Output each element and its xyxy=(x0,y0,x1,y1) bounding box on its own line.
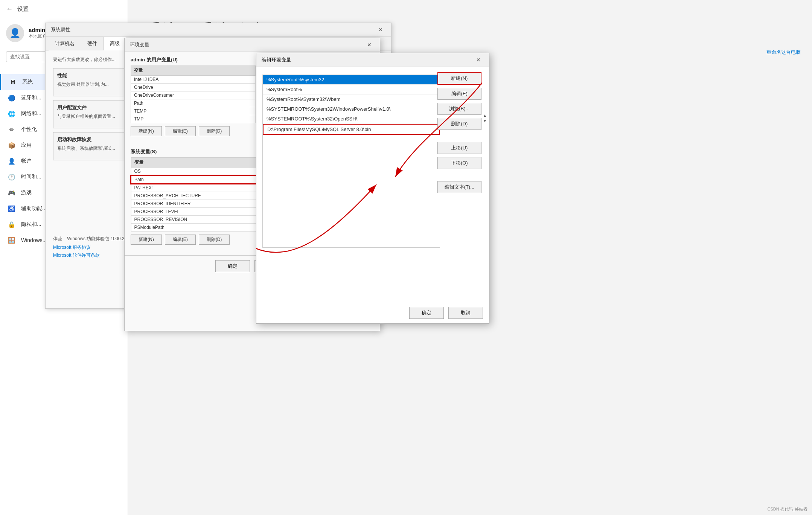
user-var-name: TEMP xyxy=(131,107,256,115)
user-var-name: Path xyxy=(131,99,256,107)
delete-button[interactable]: 删除(D) xyxy=(437,118,481,130)
tab-hardware[interactable]: 硬件 xyxy=(81,37,104,50)
system-icon: 🖥 xyxy=(9,78,17,86)
settings-titlebar: ← 设置 xyxy=(0,0,128,18)
env-list-item[interactable]: %SystemRoot%\System32\Wbem xyxy=(263,94,440,104)
user-subtitle: 本地账户 xyxy=(29,33,47,40)
sidebar-item-apps-label: 应用 xyxy=(21,142,32,149)
move-down-button[interactable]: 下移(O) xyxy=(437,157,481,169)
sys-edit-button[interactable]: 编辑(E) xyxy=(165,235,196,245)
sidebar-item-assist-label: 辅助功能... xyxy=(21,205,47,212)
edit-env-side-buttons: 新建(N) 编辑(E) 浏览(B)... 删除(D) 上移(U) 下移(O) 编… xyxy=(437,72,481,193)
sys-prop-titlebar: 系统属性 ✕ xyxy=(46,23,391,37)
back-button[interactable]: ← xyxy=(6,5,13,13)
apps-icon: 📦 xyxy=(8,141,16,149)
tab-advanced[interactable]: 高级 xyxy=(104,37,126,50)
scroll-down-button[interactable]: ▼ xyxy=(483,119,487,123)
env-ok-button[interactable]: 确定 xyxy=(215,260,250,272)
rename-computer-link[interactable]: 重命名这台电脑 xyxy=(766,49,801,56)
user-var-name: OneDrive xyxy=(131,84,256,91)
user-var-name: IntelliJ IDEA xyxy=(131,76,256,84)
network-icon: 🌐 xyxy=(8,110,16,118)
edit-text-button[interactable]: 编辑文本(T)... xyxy=(437,181,481,193)
settings-title: 设置 xyxy=(17,6,29,13)
user-delete-button[interactable]: 删除(D) xyxy=(199,126,230,136)
env-list-item[interactable]: D:\Program Files\MySQL\MySQL Server 8.0\… xyxy=(263,124,440,135)
watermark: CSDN @代码_终结者 xyxy=(767,506,807,512)
personalize-icon: ✏ xyxy=(8,125,16,134)
sys-new-button[interactable]: 新建(N) xyxy=(131,235,162,245)
sys-prop-title: 系统属性 xyxy=(51,26,70,33)
sidebar-item-personalize-label: 个性化 xyxy=(21,126,37,133)
sidebar-item-bluetooth-label: 蓝牙和... xyxy=(21,94,41,101)
user-new-button[interactable]: 新建(N) xyxy=(131,126,162,136)
sidebar-item-time-label: 时间和... xyxy=(21,174,41,180)
bluetooth-icon: 🔵 xyxy=(8,94,16,102)
games-icon: 🎮 xyxy=(8,189,16,197)
edit-env-titlebar: 编辑环境变量 ✕ xyxy=(256,53,489,67)
env-close-button[interactable]: ✕ xyxy=(364,41,375,49)
edit-env-title: 编辑环境变量 xyxy=(262,56,291,63)
user-edit-button[interactable]: 编辑(E) xyxy=(165,126,196,136)
sidebar-item-accounts-label: 帐户 xyxy=(21,158,32,165)
accounts-icon: 👤 xyxy=(8,157,16,165)
list-scroll-controls: ▲ ▼ xyxy=(483,113,487,123)
user-info: admin 本地账户 xyxy=(29,27,47,40)
edit-env-close-button[interactable]: ✕ xyxy=(473,56,484,64)
edit-env-dialog: 编辑环境变量 ✕ %SystemRoot%\system32%SystemRoo… xyxy=(256,53,489,324)
user-var-col-header: 变量 xyxy=(131,66,256,76)
sidebar-item-system-label: 系统 xyxy=(22,79,33,85)
assist-icon: ♿ xyxy=(8,204,16,213)
browse-button[interactable]: 浏览(B)... xyxy=(437,103,481,115)
sidebar-item-windows-label: Windows... xyxy=(21,237,47,243)
time-icon: 🕐 xyxy=(8,173,16,181)
edit-env-footer: 确定 取消 xyxy=(256,302,489,323)
user-var-name: TMP xyxy=(131,115,256,123)
env-list-item[interactable]: %SYSTEMROOT%\System32\WindowsPowerShell\… xyxy=(263,104,440,114)
edit-env-ok-button[interactable]: 确定 xyxy=(409,307,444,319)
env-title: 环境变量 xyxy=(130,41,149,48)
edit-env-cancel-button[interactable]: 取消 xyxy=(448,307,483,319)
move-up-button[interactable]: 上移(U) xyxy=(437,142,481,154)
env-values-list[interactable]: %SystemRoot%\system32%SystemRoot%%System… xyxy=(262,75,440,248)
user-var-name: OneDriveConsumer xyxy=(131,91,256,99)
new-env-button[interactable]: 新建(N) xyxy=(437,72,481,85)
privacy-icon: 🔒 xyxy=(8,220,16,229)
edit-env-button[interactable]: 编辑(E) xyxy=(437,88,481,100)
avatar: 👤 xyxy=(6,24,24,42)
env-list-item[interactable]: %SystemRoot%\system32 xyxy=(263,75,440,85)
sidebar-item-network-label: 网络和... xyxy=(21,110,41,117)
sidebar-item-games-label: 游戏 xyxy=(21,189,32,196)
sys-delete-button[interactable]: 删除(D) xyxy=(199,235,230,245)
scroll-up-button[interactable]: ▲ xyxy=(483,113,487,117)
windows-icon: 🪟 xyxy=(8,236,16,244)
sidebar-item-privacy-label: 隐私和... xyxy=(21,221,41,228)
env-list-item[interactable]: %SystemRoot% xyxy=(263,85,440,94)
user-name: admin xyxy=(29,27,47,33)
env-titlebar: 环境变量 ✕ xyxy=(125,38,380,52)
sys-prop-close-button[interactable]: ✕ xyxy=(375,26,386,34)
env-list-item[interactable]: %SYSTEMROOT%\System32\OpenSSH\ xyxy=(263,114,440,124)
tab-computer-name[interactable]: 计算机名 xyxy=(49,37,81,50)
